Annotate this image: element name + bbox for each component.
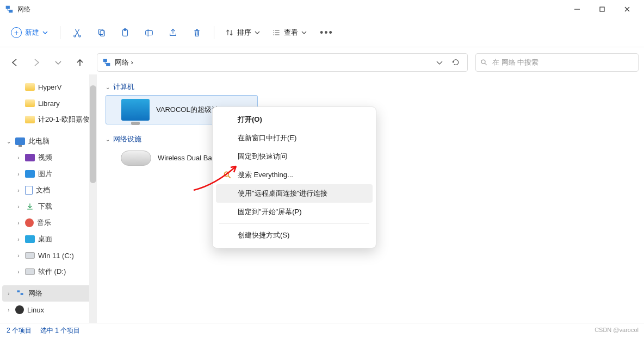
share-button[interactable] (163, 22, 183, 43)
chevron-down-icon (255, 30, 260, 35)
scrollbar-thumb[interactable] (90, 85, 96, 183)
svg-line-21 (228, 176, 231, 178)
more-button[interactable]: ••• (314, 27, 339, 39)
svg-rect-18 (17, 290, 20, 292)
videos-icon (25, 154, 35, 161)
ctx-search-everything[interactable]: 搜索 Everything... (216, 166, 373, 184)
sidebar-item-drive-c[interactable]: ›Win 11 (C:) (2, 247, 95, 264)
divider (0, 47, 644, 47)
ctx-open-new-window[interactable]: 在新窗口中打开(E) (216, 129, 373, 147)
address-bar[interactable]: 网络 › (97, 53, 468, 72)
sidebar-item-hyperv[interactable]: HyperV (2, 79, 95, 95)
svg-line-17 (485, 63, 487, 65)
ctx-remote-desktop[interactable]: 使用"远程桌面连接"进行连接 (216, 184, 373, 203)
paste-button[interactable] (115, 22, 135, 43)
separator (219, 223, 369, 224)
drive-icon (25, 268, 35, 275)
back-button[interactable] (5, 53, 24, 72)
sidebar-item-desktop[interactable]: ›桌面 (2, 231, 95, 247)
svg-point-20 (224, 172, 228, 176)
toolbar: + 新建 排序 查看 ••• (0, 18, 644, 47)
sidebar-item-network[interactable]: ›网络 (2, 285, 95, 302)
watermark: CSDN @varocol (595, 327, 639, 333)
plus-icon: + (11, 27, 22, 38)
svg-point-16 (481, 60, 485, 64)
sidebar-item-class[interactable]: 计20-1-欧阳嘉俊 (2, 111, 95, 128)
address-dropdown[interactable] (431, 54, 448, 71)
chevron-right-icon: › (15, 187, 22, 193)
chevron-right-icon: › (15, 253, 22, 259)
context-menu: 打开(O) 在新窗口中打开(E) 固定到快速访问 搜索 Everything..… (212, 107, 376, 248)
chevron-right-icon: › (15, 204, 22, 210)
cut-button[interactable] (67, 22, 88, 43)
close-button[interactable] (615, 1, 640, 18)
download-icon (25, 202, 35, 211)
search-placeholder: 在 网络 中搜索 (492, 58, 538, 67)
view-button[interactable]: 查看 (268, 24, 311, 41)
chevron-right-icon: › (5, 307, 12, 313)
computer-item-label: VAROCOL的超级计 (156, 105, 219, 115)
folder-icon (25, 99, 35, 107)
separator (214, 26, 214, 39)
chevron-down-icon: ⌄ (106, 136, 110, 142)
network-icon (102, 58, 112, 67)
computer-icon (15, 137, 25, 145)
chevron-down-icon (42, 30, 48, 35)
chevron-right-icon: › (15, 236, 22, 242)
sidebar: HyperV Library 计20-1-欧阳嘉俊 ⌄此电脑 ›视频 ›图片 ›… (0, 74, 97, 323)
music-icon (25, 218, 34, 227)
svg-rect-8 (99, 29, 103, 35)
computer-icon (121, 99, 150, 121)
ctx-pin-start[interactable]: 固定到"开始"屏幕(P) (216, 203, 373, 221)
status-selected: 选中 1 个项目 (40, 326, 80, 335)
copy-button[interactable] (91, 22, 112, 43)
minimize-button[interactable] (565, 1, 590, 18)
sidebar-item-thispc[interactable]: ⌄此电脑 (2, 133, 95, 149)
new-label: 新建 (25, 28, 39, 37)
linux-icon (15, 305, 24, 314)
separator (60, 26, 60, 39)
sidebar-item-library[interactable]: Library (2, 95, 95, 111)
search-icon (222, 170, 232, 180)
sidebar-item-music[interactable]: ›音乐 (2, 215, 95, 231)
up-button[interactable] (71, 53, 89, 72)
chevron-right-icon: › (15, 171, 22, 177)
svg-rect-14 (103, 59, 107, 62)
ctx-create-shortcut[interactable]: 创建快捷方式(S) (216, 226, 373, 245)
svg-point-7 (79, 35, 81, 37)
recent-button[interactable] (49, 53, 67, 72)
network-icon (4, 4, 14, 14)
ctx-pin-quick-access[interactable]: 固定到快速访问 (216, 147, 373, 166)
svg-rect-12 (146, 30, 153, 35)
svg-rect-0 (6, 6, 10, 9)
navigation-row: 网络 › 在 网络 中搜索 (0, 51, 644, 74)
refresh-button[interactable] (448, 54, 464, 71)
sidebar-item-linux[interactable]: ›Linux (2, 302, 95, 318)
scrollbar[interactable] (89, 74, 97, 323)
new-button[interactable]: + 新建 (5, 24, 53, 41)
chevron-down-icon: ⌄ (5, 139, 12, 145)
sort-icon (225, 28, 234, 37)
rename-button[interactable] (139, 22, 159, 43)
window-controls (565, 1, 640, 18)
view-icon (272, 28, 281, 37)
sidebar-item-downloads[interactable]: ›下载 (2, 198, 95, 215)
documents-icon (25, 186, 33, 195)
search-input[interactable]: 在 网络 中搜索 (475, 53, 639, 72)
ctx-open[interactable]: 打开(O) (216, 110, 373, 129)
chevron-down-icon: ⌄ (106, 84, 110, 90)
search-icon (480, 59, 488, 66)
group-computers[interactable]: ⌄计算机 (106, 80, 639, 95)
sidebar-item-videos[interactable]: ›视频 (2, 149, 95, 166)
delete-button[interactable] (187, 22, 207, 43)
forward-button[interactable] (27, 53, 46, 72)
chevron-right-icon: › (5, 291, 12, 297)
chevron-right-icon: › (15, 155, 22, 161)
sidebar-item-drive-d[interactable]: ›软件 (D:) (2, 264, 95, 280)
sort-label: 排序 (237, 28, 251, 37)
sidebar-item-documents[interactable]: ›文档 (2, 182, 95, 198)
maximize-button[interactable] (590, 1, 615, 18)
sort-button[interactable]: 排序 (221, 24, 264, 41)
view-label: 查看 (284, 28, 298, 37)
sidebar-item-pictures[interactable]: ›图片 (2, 166, 95, 182)
